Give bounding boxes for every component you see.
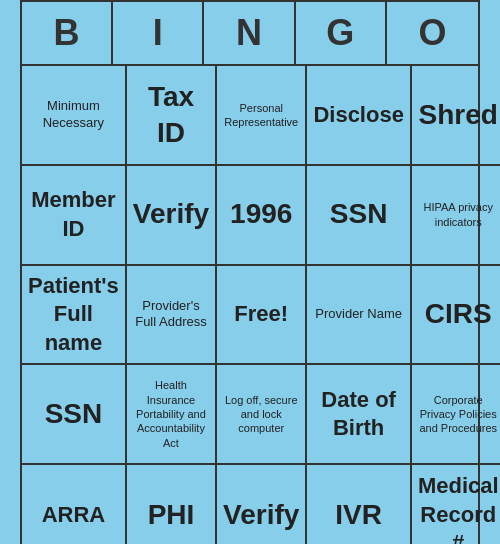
bingo-cell-6: Verify	[127, 166, 217, 266]
header-letter-b: B	[22, 2, 113, 64]
bingo-cell-0: Minimum Necessary	[22, 66, 127, 166]
bingo-cell-12: Free!	[217, 266, 307, 366]
header-letter-i: I	[113, 2, 204, 64]
bingo-cell-11: Provider's Full Address	[127, 266, 217, 366]
bingo-cell-19: Corporate Privacy Policies and Procedure…	[412, 365, 500, 465]
bingo-cell-9: HIPAA privacy indicators	[412, 166, 500, 266]
bingo-cell-14: CIRS	[412, 266, 500, 366]
bingo-cell-13: Provider Name	[307, 266, 412, 366]
header-letter-o: O	[387, 2, 478, 64]
bingo-cell-23: IVR	[307, 465, 412, 544]
bingo-cell-5: Member ID	[22, 166, 127, 266]
bingo-header: BINGO	[22, 2, 478, 66]
bingo-cell-21: PHI	[127, 465, 217, 544]
bingo-cell-16: Health Insurance Portability and Account…	[127, 365, 217, 465]
bingo-cell-1: Tax ID	[127, 66, 217, 166]
bingo-card: BINGO Minimum NecessaryTax IDPersonal Re…	[20, 0, 480, 544]
bingo-cell-18: Date of Birth	[307, 365, 412, 465]
bingo-cell-2: Personal Representative	[217, 66, 307, 166]
bingo-cell-22: Verify	[217, 465, 307, 544]
bingo-cell-24: Medical Record #	[412, 465, 500, 544]
bingo-cell-4: Shred	[412, 66, 500, 166]
bingo-cell-3: Disclose	[307, 66, 412, 166]
bingo-cell-17: Log off, secure and lock computer	[217, 365, 307, 465]
header-letter-g: G	[296, 2, 387, 64]
bingo-cell-20: ARRA	[22, 465, 127, 544]
bingo-grid: Minimum NecessaryTax IDPersonal Represen…	[22, 66, 478, 544]
bingo-cell-10: Patient's Full name	[22, 266, 127, 366]
bingo-cell-7: 1996	[217, 166, 307, 266]
bingo-cell-15: SSN	[22, 365, 127, 465]
header-letter-n: N	[204, 2, 295, 64]
bingo-cell-8: SSN	[307, 166, 412, 266]
